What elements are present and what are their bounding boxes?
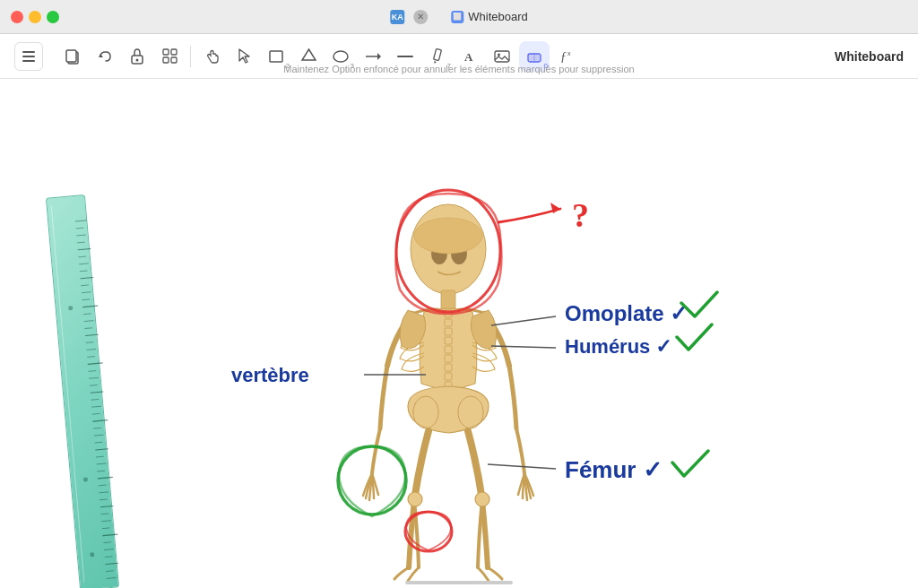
svg-rect-10 (163, 57, 169, 63)
vertebre-label: vertèbre (231, 364, 309, 386)
svg-line-31 (77, 242, 84, 243)
lock-icon (130, 48, 144, 65)
svg-point-83 (431, 243, 447, 264)
close-window-button[interactable] (11, 11, 23, 23)
cursor-icon (238, 48, 251, 64)
hamburger-icon (22, 51, 35, 62)
hand-tool-button[interactable] (196, 41, 227, 72)
svg-line-46 (87, 350, 96, 350)
svg-rect-1 (22, 56, 35, 57)
svg-marker-17 (377, 53, 381, 60)
svg-line-57 (94, 428, 101, 428)
svg-rect-2 (22, 60, 35, 62)
svg-point-23 (498, 53, 500, 56)
svg-rect-11 (171, 57, 177, 63)
svg-rect-94 (445, 373, 452, 380)
toolbar: 2 3 (0, 34, 918, 79)
svg-rect-95 (445, 382, 452, 389)
svg-line-73 (104, 542, 111, 543)
svg-marker-14 (302, 49, 316, 60)
title-bar: KA ✕ ⬜ Whiteboard (0, 0, 918, 34)
svg-line-77 (106, 571, 113, 572)
svg-line-55 (92, 413, 100, 414)
svg-line-60 (96, 449, 108, 450)
svg-line-52 (91, 392, 103, 393)
svg-line-67 (100, 499, 108, 500)
svg-line-37 (82, 285, 89, 286)
maximize-window-button[interactable] (47, 11, 59, 23)
svg-point-85 (414, 218, 482, 254)
svg-point-81 (90, 552, 94, 557)
svg-point-15 (333, 51, 348, 62)
copy-icon (65, 48, 81, 65)
grid-tool-button[interactable] (154, 41, 185, 72)
svg-marker-102 (550, 203, 560, 213)
svg-line-51 (90, 385, 97, 386)
svg-line-70 (102, 521, 111, 522)
svg-rect-90 (445, 337, 452, 344)
ellipse-icon (333, 49, 349, 64)
svg-point-79 (68, 306, 73, 310)
svg-line-78 (107, 578, 116, 579)
svg-rect-13 (270, 51, 282, 62)
svg-line-47 (88, 357, 95, 358)
arrow-icon (365, 50, 381, 63)
svg-line-68 (100, 506, 113, 507)
polygon-icon (301, 48, 316, 64)
svg-rect-92 (445, 355, 452, 362)
title-bar-center: KA ✕ ⬜ Whiteboard (390, 10, 527, 24)
select-tool-button[interactable] (229, 41, 259, 72)
femur-label: Fémur ✓ (565, 456, 663, 483)
image-icon (494, 49, 510, 64)
svg-rect-91 (445, 346, 452, 353)
svg-line-76 (106, 563, 118, 564)
menu-button[interactable] (14, 42, 43, 71)
ruler-marks (55, 205, 110, 581)
canvas-area[interactable]: ? Omoplate ✓ Humérus ✓ vertèbre Fémur ✓ (0, 79, 918, 588)
ruler[interactable] (46, 195, 119, 588)
svg-line-29 (76, 228, 83, 229)
svg-marker-12 (239, 49, 249, 63)
tab-close-icon[interactable]: ✕ (410, 10, 428, 24)
svg-point-84 (451, 243, 467, 264)
svg-line-62 (97, 463, 106, 464)
svg-line-45 (86, 342, 93, 343)
minimize-window-button[interactable] (29, 11, 41, 23)
svg-rect-4 (66, 50, 76, 62)
svg-line-74 (104, 549, 113, 550)
svg-text:ƒ: ƒ (560, 50, 567, 64)
rectangle-icon (268, 49, 284, 64)
svg-rect-8 (163, 49, 169, 55)
horizontal-scrollbar[interactable] (405, 581, 513, 584)
svg-line-63 (98, 471, 105, 471)
svg-rect-96 (445, 391, 452, 398)
tab-title: Whiteboard (468, 10, 527, 23)
svg-line-64 (98, 477, 112, 478)
svg-rect-19 (434, 48, 442, 60)
svg-text:A: A (464, 50, 473, 64)
svg-rect-22 (495, 51, 509, 62)
toolbar-hint: Maintenez Option enfoncé pour annuler le… (283, 64, 634, 74)
undo-icon (97, 48, 113, 65)
line-icon (397, 53, 413, 60)
svg-line-72 (103, 534, 117, 535)
whiteboard-annotations: ? Omoplate ✓ Humérus ✓ vertèbre Fémur ✓ (0, 79, 918, 588)
svg-line-42 (84, 321, 93, 322)
svg-line-54 (91, 406, 100, 407)
copy-tool-button[interactable] (57, 41, 88, 72)
svg-line-75 (105, 557, 112, 558)
svg-point-107 (338, 446, 406, 514)
svg-rect-86 (441, 290, 455, 310)
svg-text:x: x (567, 50, 571, 56)
formula-icon: ƒ x (559, 48, 574, 65)
undo-tool-button[interactable] (90, 41, 120, 72)
svg-point-101 (396, 190, 500, 312)
svg-rect-0 (22, 51, 35, 53)
svg-rect-89 (445, 328, 452, 335)
svg-line-48 (88, 363, 102, 364)
question-mark: ? (572, 196, 589, 234)
omoplate-label: Omoplate ✓ (565, 301, 688, 325)
svg-line-34 (80, 264, 89, 264)
svg-line-69 (101, 514, 108, 514)
lock-tool-button[interactable] (122, 41, 152, 72)
